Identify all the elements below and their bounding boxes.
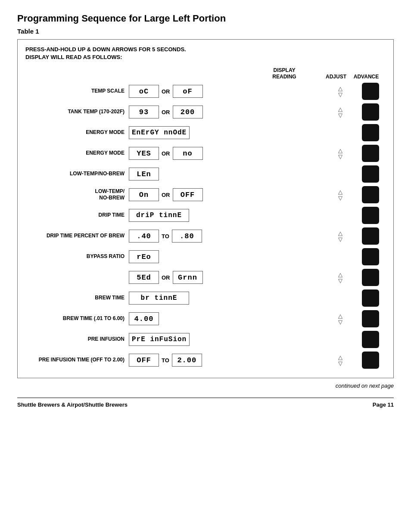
row-label: BREW TIME (.01 TO 6.00) [25,315,129,322]
lcd-display-primary: rEo [129,250,159,263]
lcd-display-primary: oC [129,85,159,98]
row-label: DRIP TIME [25,212,129,219]
advance-button[interactable] [362,227,379,245]
row-display-area: OFFTO2.00 [129,354,325,367]
row-display-area: 5EdORGrnn [129,271,325,284]
column-headers: DISPLAYREADING ADJUST ADVANCE [25,67,386,80]
lcd-display-primary: On [129,188,159,201]
row-advance [355,165,386,183]
table-row: LOW-TEMP/ NO-BREWOnOROFF [25,186,386,204]
down-arrow [338,361,342,366]
up-arrow [338,189,342,195]
advance-button[interactable] [362,352,379,369]
row-display-area: OnOROFF [129,188,325,201]
up-arrow [338,272,342,277]
col-header-adjust: ADJUST [321,74,351,80]
row-adjust [325,272,355,283]
row-advance [355,248,386,265]
table-row: PRE INFUSIONPrE inFuSion [25,330,386,348]
main-content-box: PRESS-AND-HOLD UP & DOWN ARROWS FOR 5 SE… [17,39,394,378]
advance-button[interactable] [362,289,379,307]
lcd-display-primary: OFF [129,354,159,367]
row-adjust [325,86,355,97]
row-advance [355,331,386,348]
table-row: ENERGY MODEEnErGY nnOdE [25,124,386,142]
down-arrow [338,154,342,159]
advance-button[interactable] [362,207,379,224]
up-arrow [338,86,342,91]
down-arrow [338,236,342,242]
table-row: BREW TIMEbr tinnE [25,289,386,307]
down-arrow [338,92,342,97]
advance-button[interactable] [362,186,379,203]
or-separator: OR [162,109,170,115]
row-label: PRE INFUSION TIME (OFF TO 2.00) [25,357,129,364]
row-display-area: rEo [129,250,325,263]
advance-button[interactable] [362,124,379,141]
row-advance [355,310,386,327]
row-display-area: br tinnE [129,292,325,305]
lcd-display-secondary: oF [173,85,203,98]
row-display-area: driP tinnE [129,209,325,222]
table-row: ENERGY MODEYESORno [25,144,386,162]
row-display-area: YESORno [129,147,325,160]
row-display-area: EnErGY nnOdE [129,126,325,139]
row-advance [355,289,386,307]
advance-button[interactable] [362,165,379,183]
up-arrow [338,148,342,153]
press-hold-instructions: PRESS-AND-HOLD UP & DOWN ARROWS FOR 5 SE… [25,46,386,61]
lcd-display-secondary: OFF [173,188,203,201]
row-label: BYPASS RATIO [25,253,129,260]
adjust-arrows [325,106,355,118]
table-row: TEMP SCALEoCORoF [25,82,386,100]
row-display-area: 93OR200 [129,106,325,118]
lcd-display-wide: PrE inFuSion [129,333,190,346]
row-advance [355,227,386,245]
row-label: PRE INFUSION [25,336,129,343]
lcd-display-primary: .40 [129,230,159,243]
row-display-area: LEn [129,168,325,180]
advance-button[interactable] [362,310,379,327]
advance-button[interactable] [362,269,379,286]
row-label: LOW-TEMP/ NO-BREW [25,188,129,202]
row-label: BREW TIME [25,295,129,302]
row-display-area: .40TO.80 [129,230,325,243]
row-label: DRIP TIME PERCENT OF BREW [25,233,129,240]
footer-right: Page 11 [373,401,394,408]
down-arrow [338,112,342,118]
to-separator: TO [162,233,169,240]
lcd-display-secondary: 200 [173,106,203,118]
table-row: BYPASS RATIOrEo [25,248,386,266]
table-label: Table 1 [17,28,394,35]
row-adjust [325,230,355,242]
row-advance [355,269,386,286]
row-display-area: oCORoF [129,85,325,98]
adjust-arrows [325,313,355,325]
col-header-advance: ADVANCE [351,74,381,80]
row-adjust [325,189,355,201]
down-arrow [338,195,342,201]
table-row: LOW-TEMP/NO-BREWLEn [25,165,386,183]
page-footer: Shuttle Brewers & Airpot/Shuttle Brewers… [17,398,394,408]
up-arrow [338,355,342,360]
programming-rows: TEMP SCALEoCORoFTANK TEMP (170-202F)93OR… [25,82,386,369]
up-arrow [338,230,342,236]
table-row: BREW TIME (.01 TO 6.00)4.00 [25,310,386,328]
lcd-display-wide: EnErGY nnOdE [129,126,190,139]
lcd-display-secondary: .80 [172,230,202,243]
advance-button[interactable] [362,248,379,265]
lcd-display-primary: 4.00 [129,312,159,325]
row-adjust [325,106,355,118]
advance-button[interactable] [362,83,379,100]
advance-button[interactable] [362,331,379,348]
lcd-display-primary: 5Ed [129,271,159,284]
row-advance [355,124,386,141]
down-arrow [338,319,342,325]
or-separator: OR [162,274,170,281]
row-display-area: PrE inFuSion [129,333,325,346]
up-arrow [338,106,342,112]
footer-left: Shuttle Brewers & Airpot/Shuttle Brewers [17,401,128,408]
advance-button[interactable] [362,103,379,121]
advance-button[interactable] [362,145,379,162]
table-row: TANK TEMP (170-202F)93OR200 [25,103,386,121]
